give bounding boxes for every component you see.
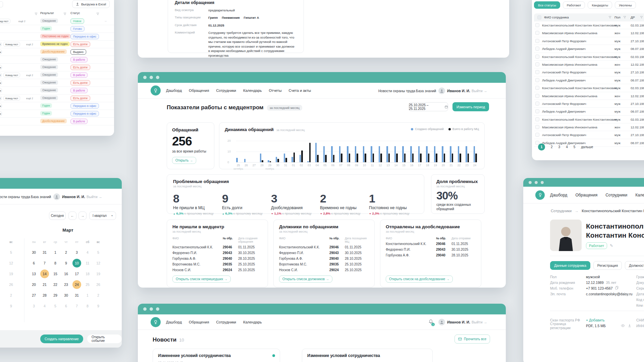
- filter-chip-все статусы[interactable]: Все статусы: [534, 1, 560, 9]
- filter-icon[interactable]: [96, 12, 99, 15]
- app-logo-icon[interactable]: [151, 85, 161, 96]
- table-row[interactable]: ГоденГотово: [0, 25, 114, 33]
- window-titlebar[interactable]: [523, 178, 644, 187]
- app-logo-icon[interactable]: [535, 190, 545, 200]
- calendar-day-6[interactable]: 6: [62, 302, 70, 310]
- calendar-day-9[interactable]: 9: [94, 302, 103, 310]
- filter-icon[interactable]: [623, 16, 626, 19]
- calendar-day-19[interactable]: 19: [94, 269, 103, 278]
- nav-item-дашборд[interactable]: Дашборд: [166, 320, 182, 324]
- prev-month-day[interactable]: 26: [7, 280, 15, 289]
- table-row[interactable]: Антоновский Петр Федоровичмуж27.10.1995: [534, 131, 644, 139]
- calendar-day-3[interactable]: 3: [30, 302, 38, 310]
- table-row[interactable]: Лебедев Андрей Дмитриевичмуж08.07.1993: [534, 108, 644, 115]
- calendar-day-30[interactable]: 30: [62, 291, 70, 300]
- calendar-day-21[interactable]: 21: [40, 280, 49, 289]
- tab-данные сотрудника[interactable]: Данные сотрудника: [550, 261, 590, 270]
- row-checkbox[interactable]: [535, 133, 539, 137]
- prev-month-day[interactable]: 12: [7, 259, 15, 267]
- calendar-day-25[interactable]: 25: [83, 280, 92, 289]
- open-requests-button[interactable]: Открыть →: [172, 157, 196, 164]
- pagination-page-1[interactable]: 1: [538, 143, 545, 150]
- avatar[interactable]: [438, 319, 445, 325]
- table-row[interactable]: Максимовская Ирина Иннокентьевнажен12.02…: [534, 92, 644, 100]
- download-icon[interactable]: [628, 324, 631, 328]
- row-checkbox[interactable]: [535, 102, 539, 106]
- breadcrumb[interactable]: Сотрудники → Константинопольский Констан…: [551, 209, 644, 213]
- window-dot[interactable]: [541, 181, 544, 184]
- calendar-day-12[interactable]: 12: [94, 259, 103, 267]
- calendar-day-23[interactable]: 23: [62, 280, 70, 289]
- logout-button[interactable]: Выйти →: [87, 195, 102, 199]
- calendar-day-29[interactable]: 29: [51, 291, 60, 300]
- row-checkbox[interactable]: [535, 39, 539, 43]
- table-row[interactable]: Лебедев Андрей Дмитриевичмуж08.07.1993: [534, 45, 644, 53]
- tab-регистрация[interactable]: Регистрация: [593, 261, 622, 270]
- filter-icon[interactable]: [640, 16, 643, 19]
- pagination-page-дальше[interactable]: дальше: [581, 145, 593, 149]
- read-all-button[interactable]: Прочитать все: [454, 335, 490, 344]
- table-row[interactable]: Лебедев Андрей Дмитриевичмуж08.07.1993: [534, 76, 644, 84]
- window-dot[interactable]: [529, 181, 532, 184]
- nav-item-отчеты[interactable]: Отчеты: [269, 88, 282, 93]
- filter-chip-уволены[interactable]: Уволены: [615, 1, 636, 9]
- row-checkbox[interactable]: [535, 31, 539, 35]
- calendar-day-27[interactable]: 27: [30, 291, 38, 300]
- list-item[interactable]: Воротникова М.С.2903525.10.2025: [172, 262, 262, 266]
- window-dot[interactable]: [150, 76, 153, 79]
- bell-icon[interactable]: 2: [428, 319, 433, 325]
- calendar-day-31[interactable]: 31: [40, 248, 49, 257]
- list-item[interactable]: Носков С.И.2902425.10.2025: [172, 268, 262, 272]
- row-checkbox[interactable]: [535, 62, 539, 66]
- row-checkbox[interactable]: [535, 109, 539, 113]
- table-row[interactable]: кОжиданиеЕсть долги: [0, 64, 114, 71]
- calendar-day-5[interactable]: 5: [51, 302, 60, 310]
- calendar-day-2[interactable]: 2: [94, 291, 103, 300]
- calendar-day-1[interactable]: 1: [83, 291, 92, 300]
- user-name[interactable]: Иванов И. И.: [447, 89, 470, 93]
- table-row[interactable]: Ковид-тестещё 2ОжиданиеНовое→: [0, 17, 114, 25]
- calendar-day-9[interactable]: 9: [62, 259, 70, 267]
- calendar-day-18[interactable]: 18: [83, 269, 92, 278]
- today-button[interactable]: Сегодня: [49, 212, 66, 220]
- open-list-button[interactable]: Открыть список непришедших →: [172, 276, 231, 283]
- calendar-day-3[interactable]: 3: [72, 248, 81, 257]
- pagination-page-5[interactable]: 5: [574, 145, 576, 149]
- list-item[interactable]: Федоренко П.И.2904330.10.2025: [279, 251, 369, 255]
- prev-month-day[interactable]: 2: [7, 291, 15, 300]
- copy-icon[interactable]: [615, 286, 619, 290]
- table-row[interactable]: Константинопольский Константин Константи…: [534, 116, 644, 123]
- table-row[interactable]: Антоновский Петр Федоровичмуж27.10.1995: [534, 37, 644, 45]
- filter-chip-работают[interactable]: Работают: [563, 1, 585, 9]
- list-item[interactable]: Константинопольский К.К.2904601.11.2025: [279, 245, 369, 249]
- change-period-button[interactable]: Изменить период: [452, 102, 489, 111]
- nav-item-календарь[interactable]: Календарь: [635, 193, 644, 197]
- avatar[interactable]: [53, 193, 60, 200]
- prev-month-day[interactable]: 19: [7, 269, 15, 278]
- table-row[interactable]: ККовид-тестещё 2ОжиданиеВ работе: [0, 71, 114, 79]
- logout-button[interactable]: Выйти →: [472, 320, 487, 324]
- pagination-page-2[interactable]: 2: [551, 145, 553, 149]
- select-all-checkbox[interactable]: [537, 15, 541, 19]
- calendar-day-26[interactable]: 26: [94, 280, 103, 289]
- calendar-day-1[interactable]: 1: [51, 248, 60, 257]
- table-row[interactable]: Постоянно не годенПередано в офис: [0, 33, 114, 41]
- calendar-day-11[interactable]: 11: [83, 259, 92, 267]
- list-item[interactable]: Константинопольский К.К.2904601.11.2025: [386, 242, 476, 246]
- table-row[interactable]: Константинопольский Константин Константи…: [534, 84, 644, 92]
- user-name[interactable]: Иванов И. И.: [62, 195, 85, 199]
- table-row[interactable]: кОжиданиеВ работе: [0, 87, 114, 95]
- nav-item-дашборд[interactable]: Дашборд: [166, 88, 182, 93]
- window-dot[interactable]: [143, 76, 147, 79]
- calendar-day-7[interactable]: 7: [40, 259, 49, 267]
- calendar-day-24[interactable]: 24: [72, 280, 81, 289]
- period-input[interactable]: 25.10.2025 – 25.11.2025: [409, 102, 448, 111]
- calendar-day-5[interactable]: 5: [94, 248, 103, 257]
- pagination-page-3[interactable]: 3: [558, 145, 560, 149]
- list-item[interactable]: Федоренко П.И.2904330.10.2025: [172, 251, 262, 255]
- nav-item-счета и акты[interactable]: Счета и акты: [289, 88, 311, 93]
- row-checkbox[interactable]: [535, 23, 539, 27]
- window-dot[interactable]: [150, 307, 153, 311]
- row-checkbox[interactable]: [535, 94, 539, 98]
- nav-item-сотрудники[interactable]: Сотрудники: [216, 320, 236, 324]
